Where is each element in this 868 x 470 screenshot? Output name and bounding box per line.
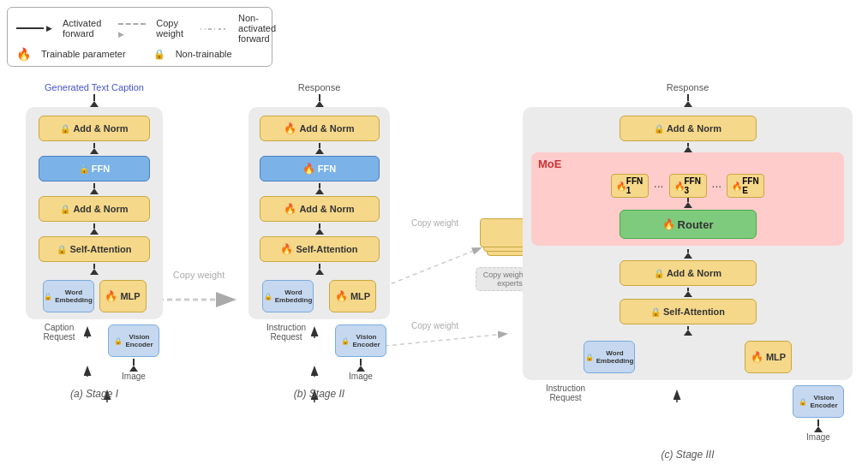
moe-label: MoE: [538, 158, 837, 170]
copy-weight-top-23: Copy weight: [411, 218, 480, 228]
stage3-add-norm-top: 🔒 Add & Norm: [620, 116, 757, 141]
flame-router: 🔥: [662, 218, 675, 230]
stage1-vision-enc: 🔒 Vision Encoder: [108, 324, 159, 357]
flame-ffn: 🔥: [302, 163, 315, 175]
stage3-label: (c) Stage III: [523, 449, 853, 461]
ffnE: 🔥 FFN E: [727, 174, 764, 198]
stage3-response-label: Response: [523, 82, 853, 92]
stage3-bottom-row: 🔒 Word Embedding 🔥 MLP: [531, 339, 844, 375]
flame-legend-icon: 🔥: [16, 47, 31, 61]
stage2-add-norm2: 🔥 Add & Norm: [260, 196, 380, 222]
stage1-caption-label: Generated Text Caption: [26, 82, 163, 92]
copy-weight-legend-label: Copy weight: [156, 18, 183, 39]
dots2: ···: [710, 179, 724, 193]
copy-weight-bottom-23: Copy weight: [411, 321, 480, 330]
copy-weight-dashed-line: ▶: [118, 18, 146, 39]
stage1-self-attn: 🔒 Self-Attention: [39, 236, 150, 262]
ffn3: 🔥 FFN 3: [669, 174, 707, 198]
stage3-self-attn: 🔒 Self-Attention: [620, 299, 757, 324]
activated-forward-label: Activated forward: [63, 18, 101, 39]
moe-box: MoE 🔥 FFN 1 ··· 🔥 FFN 3 ··· 🔥 FF: [531, 152, 844, 246]
stage1-image-label: Image: [122, 372, 146, 381]
flame-self-attn: 🔥: [280, 243, 293, 255]
stage3-word-emb: 🔒 Word Embedding: [584, 341, 635, 373]
flame-add-norm1: 🔥: [284, 122, 296, 134]
stage1-input-label: Caption Request: [29, 323, 89, 381]
stage2-response-label: Response: [248, 82, 390, 92]
stage3-vision-enc: 🔒 Vision Encoder: [793, 385, 844, 418]
stage1-container: Generated Text Caption 🔒 Add & Norm 🔒 FF…: [26, 82, 163, 400]
stage1-bottom-row: 🔒 Word Embedding 🔥 MLP: [34, 278, 154, 314]
stage2-ffn: 🔥 FFN: [260, 156, 380, 181]
flame-add-norm2: 🔥: [284, 203, 296, 215]
diagram-container: ▶ Activated forward ▶ Copy weight Non-ac…: [0, 0, 868, 470]
stage3-add-norm2: 🔒 Add & Norm: [620, 260, 757, 286]
stage2-self-attn: 🔥 Self-Attention: [260, 236, 380, 262]
stage2-image-label: Image: [349, 372, 373, 381]
lock-icon3: 🔒: [57, 245, 67, 254]
svg-line-21: [377, 334, 506, 347]
stage1-label: (a) Stage I: [26, 388, 163, 400]
flame-mlp: 🔥: [105, 290, 117, 302]
stage3-container: Response 🔒 Add & Norm MoE 🔥 FFN 1: [523, 82, 853, 461]
copy-weight-label-12: Copy weight: [165, 270, 233, 280]
lock-icon: 🔒: [60, 124, 70, 134]
stage1-add-norm1: 🔒 Add & Norm: [39, 116, 150, 141]
lock-legend-icon: 🔒: [153, 49, 165, 60]
flame-mlp3: 🔥: [751, 351, 763, 363]
stage2-mlp: 🔥 MLP: [329, 280, 376, 312]
stage2-bg: 🔥 Add & Norm 🔥 FFN 🔥 Add & Norm 🔥 S: [248, 107, 390, 319]
stage3-router: 🔥 Router: [620, 210, 757, 239]
activated-forward-line: ▶: [16, 24, 52, 33]
stage1-word-emb: 🔒 Word Embedding: [43, 280, 94, 312]
stage2-container: Response 🔥 Add & Norm 🔥 FFN 🔥 Add & Norm: [248, 82, 390, 400]
trainable-label: Trainable parameter: [41, 49, 126, 59]
non-activated-label: Non-activated forward: [238, 13, 276, 44]
lock-word-emb: 🔒: [44, 293, 52, 300]
stage1-bg: 🔒 Add & Norm 🔒 FFN 🔒 Add & Norm 🔒 S: [26, 107, 163, 319]
lock-icon-ffn: 🔒: [79, 164, 89, 174]
dots1: ···: [652, 179, 666, 193]
stage2-vision-enc: 🔒 Vision Encoder: [335, 324, 386, 357]
non-trainable-label: Non-trainable: [176, 49, 232, 59]
ffn-row: 🔥 FFN 1 ··· 🔥 FFN 3 ··· 🔥 FFN E: [538, 174, 837, 198]
stage2-add-norm1: 🔥 Add & Norm: [260, 116, 380, 141]
lock-icon2: 🔒: [60, 205, 70, 214]
stage3-mlp: 🔥 MLP: [745, 341, 792, 373]
stage2-word-emb: 🔒 Word Embedding: [262, 280, 314, 312]
non-activated-line: [201, 23, 228, 33]
stage2-bottom-row: 🔒 Word Embedding 🔥 MLP: [257, 278, 381, 314]
flame-mlp2: 🔥: [335, 290, 348, 302]
stage3-input-label: Instruction Request: [531, 384, 600, 442]
ffn1: 🔥 FFN 1: [611, 174, 649, 198]
stage2-input-label: Instruction Request: [252, 323, 320, 381]
stage2-label: (b) Stage II: [248, 388, 390, 400]
stage1-add-norm2: 🔒 Add & Norm: [39, 196, 150, 222]
stage3-image-label: Image: [806, 432, 830, 442]
lock-vision: 🔒: [114, 337, 123, 345]
svg-line-20: [377, 248, 480, 289]
stage3-bg: 🔒 Add & Norm MoE 🔥 FFN 1 ··· 🔥 FFN 3: [523, 107, 853, 380]
legend-box: ▶ Activated forward ▶ Copy weight Non-ac…: [7, 7, 272, 67]
stage1-mlp: 🔥 MLP: [99, 280, 147, 312]
stage1-ffn: 🔒 FFN: [39, 156, 150, 181]
